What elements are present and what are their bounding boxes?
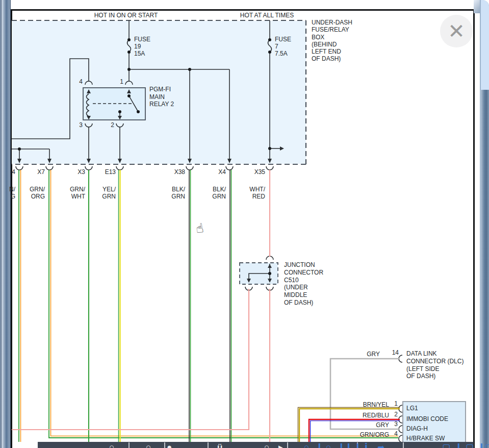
connector-id-x3: X3: [67, 168, 85, 176]
bars-icon[interactable]: ❙❙: [338, 443, 352, 448]
taskbar-divider: [128, 442, 130, 448]
immobi-row-label-1: LG1: [406, 405, 418, 412]
fuse19-number: 19: [134, 43, 141, 50]
relay-label: PGM-FIMAINRELAY 2: [149, 86, 174, 108]
taskbar-divider: [208, 442, 209, 448]
wire-color-x7: GRN/ORG: [25, 186, 45, 200]
fuse7-number: 7: [275, 43, 278, 50]
info-icon[interactable]: ⅰ: [365, 443, 368, 448]
diagram-viewer-window: HOT IN ON OR START HOT AT ALL TIMES FUSE…: [0, 0, 489, 448]
immobi-pin-2: 2: [391, 411, 398, 418]
immobi-row-label-3: DIAG-H: [406, 425, 428, 432]
wiring-diagram-canvas: [0, 0, 489, 448]
help-icon[interactable]: ○: [264, 443, 269, 448]
wire-color-x38: BLK/GRN: [166, 186, 185, 200]
square-icon[interactable]: ▢: [466, 443, 474, 448]
immobi-row-label-4: H/BRAKE SW: [406, 435, 445, 442]
colored-wires: [12, 170, 400, 442]
square-icon[interactable]: ▢: [442, 443, 450, 448]
fuse19-rating: 15A: [134, 50, 145, 57]
immobi-wire-3: GRY: [353, 421, 389, 429]
play-icon[interactable]: ▸: [278, 443, 283, 448]
connector-id-x35: X35: [247, 168, 265, 176]
taskbar-divider: [164, 442, 165, 448]
dlc-wire-color: GRY: [359, 351, 380, 358]
circle-icon[interactable]: ○: [326, 443, 331, 448]
bar-icon[interactable]: ❙: [316, 443, 323, 448]
taskbar-divider: [287, 442, 288, 448]
connector-id-x7: X7: [27, 168, 45, 176]
connector-id-x38: X38: [167, 168, 185, 176]
bar-icon[interactable]: ❙: [354, 443, 361, 448]
circle-icon[interactable]: ○: [304, 443, 309, 448]
wire-color-0: N/G: [6, 186, 15, 200]
relay-pin-1: 1: [116, 78, 123, 85]
relay-pin-3: 3: [75, 121, 83, 129]
under-dash-box-label: UNDER-DASHFUSE/RELAY BOX(BEHIND LEFT END…: [312, 19, 352, 63]
immobi-wire-1: BRN/YEL: [353, 401, 389, 408]
relay-pin-2: 2: [107, 121, 114, 129]
bar-icon[interactable]: ❙: [478, 443, 485, 448]
connector-id-4: 4: [7, 168, 15, 176]
wire-color-x4: BLK/GRN: [207, 186, 226, 200]
circle-icon[interactable]: ○: [109, 443, 114, 448]
circle-icon[interactable]: ○: [146, 443, 151, 448]
relay-pin-4: 4: [75, 78, 83, 85]
rail-label-hot-in-on-or-start: HOT IN ON OR START: [93, 12, 159, 19]
junction-connector-label: JUNCTIONCONNECTOR C510(UNDER MIDDLEOF DA…: [284, 261, 323, 307]
wire-color-x35: WHT/RED: [246, 186, 265, 200]
rail-label-hot-at-all-times: HOT AT ALL TIMES: [238, 12, 296, 19]
dlc-pin-number: 14: [389, 349, 399, 356]
immobi-row-label-2: IMMOBI CODE: [406, 415, 448, 422]
connector-id-x4: X4: [208, 168, 226, 176]
bar-icon[interactable]: ❙: [455, 443, 462, 448]
fuse7-rating: 7.5A: [275, 50, 288, 57]
wire-color-e13: YEL/GRN: [96, 186, 116, 200]
close-icon: ✕: [448, 21, 465, 41]
connector-id-e13: E13: [97, 168, 116, 176]
fuse19-name: FUSE: [134, 36, 150, 43]
immobi-wire-4: GRN/ORG: [353, 431, 389, 438]
dlc-label: DATA LINKCONNECTOR (DLC) (LEFT SIDEOF DA…: [406, 350, 464, 380]
arrow-icon[interactable]: ➦: [377, 443, 384, 448]
square-icon[interactable]: ▢: [485, 443, 489, 448]
immobi-pin-1: 1: [391, 400, 398, 407]
fuse7-name: FUSE: [275, 36, 291, 43]
immobi-pin-3: 3: [391, 420, 398, 428]
taskbar-divider: [403, 442, 404, 448]
dot-icon[interactable]: ●: [167, 443, 172, 448]
wire-color-x3: GRN/WHT: [66, 186, 85, 200]
close-button[interactable]: ✕: [440, 15, 473, 47]
immobi-wire-2: RED/BLU: [353, 412, 389, 419]
taskbar[interactable]: ○○●ü○▸○❙○❙❙❙ⅰ➦▢❙▢❙▢: [38, 442, 474, 448]
immobi-pin-4: 4: [391, 430, 398, 437]
text-icon[interactable]: ü: [217, 443, 222, 448]
